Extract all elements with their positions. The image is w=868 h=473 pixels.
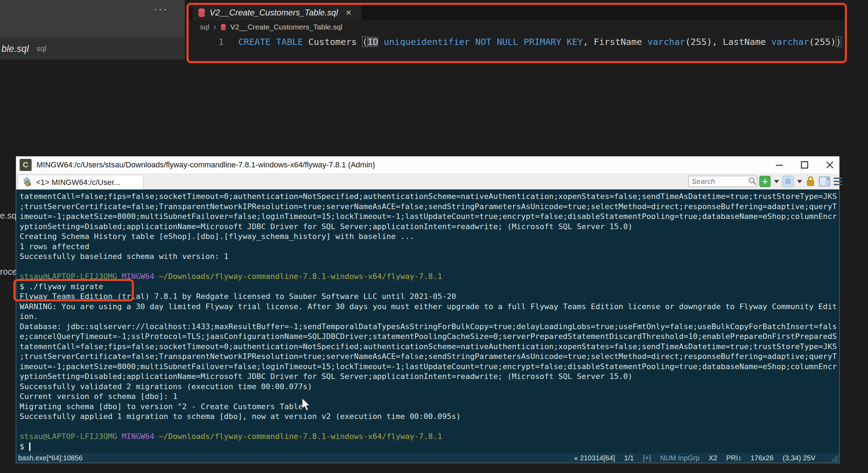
status-console-size: 176x26 xyxy=(751,454,774,462)
terminal-line: imeout=-1;packetSize=8000;multiSubnetFai… xyxy=(20,362,839,372)
code-line-content: CREATE TABLE Customers (ID uniqueidentif… xyxy=(238,36,841,47)
breadcrumb-separator: › xyxy=(213,22,216,32)
terminal-line: 1 rows affected xyxy=(20,242,839,252)
status-cursor-position: (3,34) 25V xyxy=(783,454,815,462)
line-number: 1 xyxy=(189,37,238,47)
new-console-dropdown-icon[interactable] xyxy=(774,180,779,183)
close-button[interactable] xyxy=(825,160,834,169)
terminal-tab-active[interactable]: <1> MINGW64:/c/User... xyxy=(18,175,144,189)
flyway-migrate-annotation-box xyxy=(13,279,134,301)
mintty-terminal-window: C MINGW64:/c/Users/stsau/Downloads/flywa… xyxy=(16,156,840,463)
terminal-line: stsau@LAPTOP-LFIJ3QMG MINGW64 ~/Download… xyxy=(20,432,839,442)
mouse-cursor xyxy=(301,398,311,412)
vscode-editor-annotated-region: V2__Create_Customers_Table.sql × sql › V… xyxy=(187,3,847,63)
search-icon[interactable] xyxy=(748,177,757,186)
status-priority: PRI↕ xyxy=(726,454,741,462)
menu-hamburger-icon[interactable] xyxy=(834,178,842,185)
terminal-line: $ ./flyway migrate xyxy=(20,282,839,292)
terminal-window-title: MINGW64:/c/Users/stsau/Downloads/flyway-… xyxy=(36,160,375,169)
status-console-id: « 210314[64] xyxy=(574,454,615,462)
tab-title: V2__Create_Customers_Table.sql xyxy=(210,8,338,18)
status-x2: X2 xyxy=(708,454,717,462)
terminal-line: Creating Schema History table [eShop].[d… xyxy=(20,232,839,242)
terminal-line xyxy=(20,422,839,432)
terminal-line: ;trustServerCertificate=false;Transparen… xyxy=(20,352,839,362)
breadcrumb-file[interactable]: V2__Create_Customers_Table.sql xyxy=(230,23,343,31)
terminal-status-bar: bash.exe[*64]:10856 « 210314[64] 1/1 [+]… xyxy=(16,453,839,463)
search-input[interactable] xyxy=(689,176,748,187)
terminal-tab-bar: <1> MINGW64:/c/User... + xyxy=(16,173,839,189)
terminal-title-bar[interactable]: C MINGW64:/c/Users/stsau/Downloads/flywa… xyxy=(16,156,839,173)
terminal-line: ;trustServerCertificate=false;Transparen… xyxy=(20,202,839,212)
new-console-button[interactable]: + xyxy=(759,176,771,187)
background-tab-strip: ble.sql sql xyxy=(0,38,185,60)
window-mode-button[interactable] xyxy=(782,176,794,187)
terminal-line: yptionSetting=Disabled;applicationName=M… xyxy=(20,222,839,232)
terminal-line: tatementCall=false;fips=false;socketTime… xyxy=(20,342,839,352)
editor-actions-ellipsis[interactable]: ··· xyxy=(154,3,168,15)
terminal-line: $ xyxy=(20,442,839,452)
terminal-line: yptionSetting=Disabled;applicationName=M… xyxy=(20,372,839,382)
terminal-line: WARNING: You are using a 30 day limited … xyxy=(20,302,839,312)
terminal-line: Flyway Teams Edition (trial) 7.8.1 by Re… xyxy=(20,292,839,302)
terminal-line xyxy=(20,262,839,272)
terminal-line: imeout=-1;packetSize=8000;multiSubnetFai… xyxy=(20,212,839,222)
lock-icon[interactable] xyxy=(806,176,815,187)
minimize-button[interactable] xyxy=(775,160,784,169)
sidebar-panel-icon[interactable] xyxy=(819,176,830,187)
status-plus-flag: [+] xyxy=(643,454,651,462)
terminal-line: Successfully applied 1 migration to sche… xyxy=(20,412,839,422)
status-tab-count: 1/1 xyxy=(624,454,634,462)
terminal-line: Successfully validated 2 migrations (exe… xyxy=(20,382,839,392)
tab-close-icon[interactable]: × xyxy=(346,8,351,18)
background-tab-language-label: sql xyxy=(36,44,46,53)
status-process: bash.exe[*64]:10856 xyxy=(16,454,83,462)
background-text-fragment: roce xyxy=(0,267,17,277)
terminal-output[interactable]: tatementCall=false;fips=false;socketTime… xyxy=(16,189,839,454)
breadcrumb-folder[interactable]: sql xyxy=(200,23,209,31)
breadcrumb: sql › V2__Create_Customers_Table.sql xyxy=(189,20,845,34)
code-editor-line[interactable]: 1 CREATE TABLE Customers (ID uniqueident… xyxy=(189,34,845,50)
window-mode-dropdown-icon[interactable] xyxy=(797,180,802,183)
editor-tab-strip: V2__Create_Customers_Table.sql × xyxy=(189,5,845,20)
screenshot-stage: ··· ble.sql sql e.sq roce V2__Create_Cus… xyxy=(0,0,868,473)
sql-database-icon xyxy=(221,24,226,31)
search-box[interactable] xyxy=(689,176,757,187)
maximize-button[interactable] xyxy=(800,160,809,169)
terminal-app-icon: C xyxy=(20,159,32,171)
msys-icon xyxy=(22,178,32,187)
terminal-line: Current version of schema [dbo]: 1 xyxy=(20,392,839,402)
resize-grip[interactable] xyxy=(829,454,839,462)
tab-v2-create-customers-table-sql[interactable]: V2__Create_Customers_Table.sql × xyxy=(193,5,361,20)
terminal-line: tatementCall=false;fips=false;socketTime… xyxy=(20,192,839,202)
terminal-line: Successfully baselined schema with versi… xyxy=(20,252,839,262)
terminal-line: Migrating schema [dbo] to version "2 - C… xyxy=(20,402,839,412)
terminal-line: stsau@LAPTOP-LFIJ3QMG MINGW64 ~/Download… xyxy=(20,272,839,282)
terminal-line: e;cancelQueryTimeout=-1;sslProtocol=TLS;… xyxy=(20,332,839,342)
terminal-tab-label: <1> MINGW64:/c/User... xyxy=(36,178,120,187)
background-text-fragment: e.sq xyxy=(0,211,16,221)
sql-database-icon xyxy=(198,8,205,17)
background-partial-tab[interactable]: ble.sql xyxy=(1,44,29,54)
terminal-line: Database: jdbc:sqlserver://localhost:143… xyxy=(20,322,839,332)
status-numlock-inpgrp: NUM InpGrp xyxy=(660,454,699,462)
terminal-line: ion. xyxy=(20,312,839,322)
